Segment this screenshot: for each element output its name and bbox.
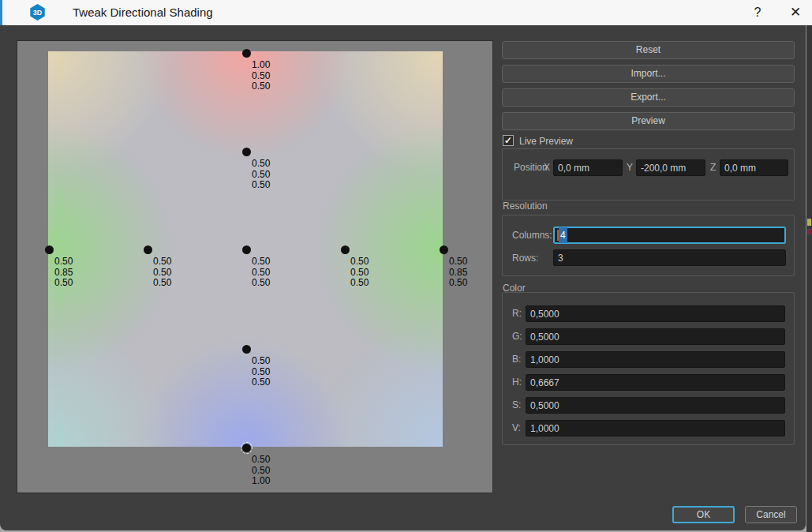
rows-label: Rows: (512, 253, 538, 264)
live-preview-label: Live Preview (519, 136, 573, 147)
g-label: G: (512, 331, 522, 342)
position-z-label: Z (710, 162, 716, 173)
window-title: Tweak Directional Shading (73, 0, 213, 25)
help-button[interactable]: ? (742, 0, 773, 25)
check-icon: ✓ (504, 135, 512, 146)
reset-button[interactable]: Reset (502, 41, 795, 59)
resolution-section-label: Resolution (503, 200, 548, 212)
export-button[interactable]: Export... (502, 88, 795, 107)
position-x-label: X (544, 162, 550, 173)
app-3d-icon: 3D (29, 4, 46, 21)
point-dot[interactable] (242, 345, 251, 354)
point-dot[interactable] (45, 245, 54, 254)
position-y-label: Y (627, 162, 633, 173)
columns-input[interactable]: 4 (553, 227, 786, 244)
point-dot[interactable] (242, 245, 251, 254)
s-label: S: (512, 399, 521, 410)
import-button[interactable]: Import... (502, 65, 795, 83)
r-input[interactable] (526, 305, 785, 322)
b-input[interactable] (526, 351, 785, 368)
point-dot[interactable] (144, 245, 152, 254)
v-label: V: (512, 422, 521, 433)
background-fragment (807, 219, 811, 226)
point-dot[interactable] (242, 148, 251, 156)
g-input[interactable] (526, 328, 785, 345)
close-icon[interactable]: ✕ (780, 0, 811, 25)
r-label: R: (512, 308, 522, 319)
point-values: 0.50 0.50 0.50 (153, 257, 171, 289)
app-3d-icon-label: 3D (33, 9, 43, 17)
point-values: 0.50 0.85 0.50 (449, 257, 467, 289)
cancel-button[interactable]: Cancel (745, 506, 797, 523)
dialog-body: 1.00 0.50 0.50 0.50 0.50 0.50 0.50 0.85 (0, 25, 806, 530)
position-y-input[interactable] (636, 159, 705, 176)
titlebar[interactable]: 3D Tweak Directional Shading ? ✕ (0, 0, 812, 25)
point-dot[interactable] (341, 245, 350, 254)
position-label: Position (514, 162, 548, 173)
position-group: Position X Y Z (502, 148, 795, 200)
point-values: 0.50 0.50 0.50 (252, 257, 270, 289)
point-values: 0.50 0.50 0.50 (252, 159, 270, 191)
point-values: 1.00 0.50 0.50 (252, 60, 270, 92)
h-label: H: (512, 377, 522, 388)
point-dot[interactable] (242, 49, 251, 58)
rows-input[interactable] (553, 249, 786, 266)
v-input[interactable] (526, 420, 785, 436)
color-group: R: G: B: H: S: V: (502, 292, 795, 445)
resolution-group: Columns: 4 Rows: (502, 215, 795, 276)
columns-label: Columns: (512, 230, 552, 241)
screen: 3D Tweak Directional Shading ? ✕ 1.00 0.… (0, 0, 812, 532)
b-label: B: (512, 354, 521, 365)
s-input[interactable] (526, 397, 785, 414)
point-values: 0.50 0.50 0.50 (350, 257, 369, 289)
point-dot[interactable] (440, 245, 448, 254)
point-values: 0.50 0.50 1.00 (252, 455, 270, 487)
point-values: 0.50 0.85 0.50 (54, 257, 73, 289)
position-z-input[interactable] (720, 159, 788, 176)
point-values: 0.50 0.50 0.50 (252, 356, 270, 388)
preview-button[interactable]: Preview (502, 112, 795, 130)
shading-preview-panel: 1.00 0.50 0.50 0.50 0.50 0.50 0.50 0.85 (17, 40, 493, 493)
background-window-edge (0, 0, 2, 25)
columns-selected-text: 4 (559, 227, 567, 243)
position-x-input[interactable] (553, 159, 623, 176)
desktop-edge (806, 25, 812, 532)
live-preview-checkbox[interactable]: ✓ (503, 135, 514, 146)
h-input[interactable] (526, 374, 785, 391)
background-fragment (807, 229, 811, 234)
point-dot[interactable] (242, 444, 251, 452)
ok-button[interactable]: OK (672, 506, 735, 523)
